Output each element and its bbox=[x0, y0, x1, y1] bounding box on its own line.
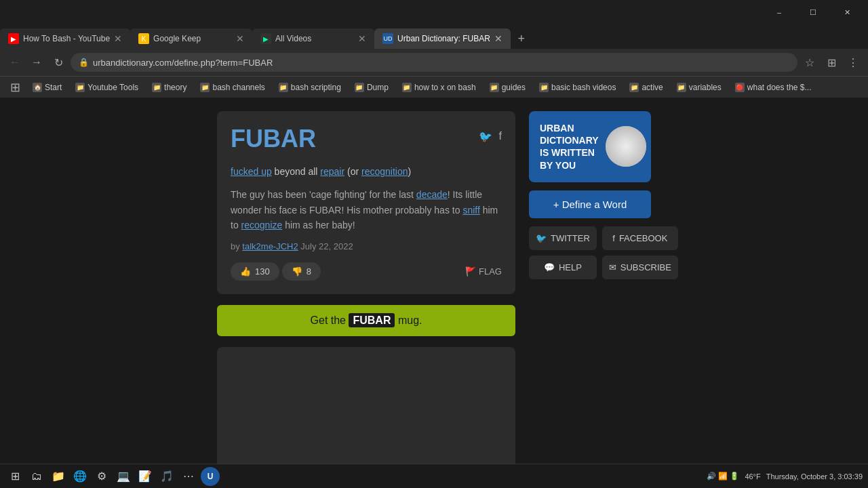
back-button[interactable]: ← bbox=[5, 53, 24, 72]
menu-button[interactable]: ⋮ bbox=[844, 53, 863, 72]
bookmark-bash-scripting-label: bash scripting bbox=[291, 83, 341, 92]
videos-favicon: ▶ bbox=[260, 33, 271, 44]
author-line: by talk2me-JCH2 July 22, 2022 bbox=[231, 241, 502, 251]
def-link-repair[interactable]: repair bbox=[320, 166, 344, 177]
bookmark-start-label: Start bbox=[45, 83, 62, 92]
taskbar-left: ⊞ 🗂 📁 🌐 ⚙ 💻 📝 🎵 ⋯ U bbox=[5, 467, 707, 486]
bookmark-what-does[interactable]: 🔴 what does the $... bbox=[730, 81, 817, 94]
apps-button[interactable]: ⊞ bbox=[5, 78, 24, 97]
bookmark-bash-channels[interactable]: 📁 bash channels bbox=[195, 81, 270, 94]
example-link-decade[interactable]: decade bbox=[416, 189, 448, 200]
address-text: urbandictionary.com/define.php?term=FUBA… bbox=[93, 58, 273, 68]
tab-ud-label: Urban Dictionary: FUBAR bbox=[397, 34, 490, 43]
bookmarks-bar: ⊞ 🏠 Start 📁 Youtube Tools 📁 theory 📁 bas… bbox=[0, 76, 868, 98]
minimize-button[interactable]: – bbox=[764, 2, 795, 22]
bookmark-youtube-tools[interactable]: 📁 Youtube Tools bbox=[70, 81, 144, 94]
taskbar-terminal[interactable]: 💻 bbox=[114, 467, 133, 486]
bookmark-basic-bash[interactable]: 📁 basic bash videos bbox=[534, 81, 621, 94]
thumbs-down-button[interactable]: 👎 8 bbox=[282, 262, 321, 281]
lock-icon: 🔒 bbox=[79, 58, 89, 67]
bookmark-dump[interactable]: 📁 Dump bbox=[349, 81, 394, 94]
taskbar-app2[interactable]: 🎵 bbox=[157, 467, 176, 486]
bookmark-bash-ch-icon: 📁 bbox=[200, 83, 210, 92]
taskbar-ud-circle[interactable]: U bbox=[201, 467, 220, 486]
bookmark-bash-script-icon: 📁 bbox=[279, 83, 288, 92]
page-content: FUBAR 🐦 f fucked up beyond all repair (o… bbox=[0, 98, 868, 488]
thumbs-up-icon: 👍 bbox=[240, 266, 251, 277]
define-word-button[interactable]: + Define a Word bbox=[529, 190, 651, 218]
refresh-button[interactable]: ↻ bbox=[49, 53, 68, 72]
bookmark-start[interactable]: 🏠 Start bbox=[27, 81, 67, 94]
bookmark-how-to[interactable]: 📁 how to x on bash bbox=[397, 81, 481, 94]
bookmark-dump-icon: 📁 bbox=[355, 83, 364, 92]
tab-keep-close[interactable]: ✕ bbox=[236, 33, 244, 44]
bookmark-yt-icon: 📁 bbox=[75, 83, 85, 92]
taskbar-launcher[interactable]: ⊞ bbox=[5, 467, 24, 486]
bookmark-bash-scripting[interactable]: 📁 bash scripting bbox=[273, 81, 347, 94]
flag-button[interactable]: 🚩 FLAG bbox=[465, 266, 502, 277]
tab-videos[interactable]: ▶ All Videos ✕ bbox=[252, 28, 374, 49]
twitter-share-icon[interactable]: 🐦 bbox=[479, 130, 492, 143]
ud-favicon: UD bbox=[382, 33, 393, 44]
def-link-recognition[interactable]: recognition bbox=[361, 166, 408, 177]
bookmark-guides-label: guides bbox=[502, 83, 526, 92]
mug-banner[interactable]: Get the FUBAR mug. bbox=[217, 305, 515, 336]
bookmark-variables[interactable]: 📁 variables bbox=[671, 81, 727, 94]
author-prefix: by bbox=[231, 241, 242, 251]
promo-line1: URBAN bbox=[540, 122, 599, 134]
close-button[interactable]: ✕ bbox=[831, 2, 863, 22]
def-link-fucked-up[interactable]: fucked up bbox=[231, 166, 272, 177]
example-link-sniff[interactable]: sniff bbox=[462, 205, 479, 216]
vote-section: 👍 130 👎 8 bbox=[231, 262, 321, 281]
author-link[interactable]: talk2me-JCH2 bbox=[242, 241, 298, 251]
thumbs-up-button[interactable]: 👍 130 bbox=[231, 262, 279, 281]
example-link-recognize[interactable]: recognize bbox=[241, 220, 283, 230]
mug-suffix: mug. bbox=[395, 314, 422, 326]
taskbar-files[interactable]: 📁 bbox=[49, 467, 68, 486]
maximize-button[interactable]: ☐ bbox=[797, 2, 829, 22]
word-title-1: FUBAR bbox=[231, 125, 316, 153]
taskbar-finder[interactable]: 🗂 bbox=[27, 467, 46, 486]
social-actions: 🐦 TWITTER f FACEBOOK 💬 HELP ✉ SUBSCRIBE bbox=[529, 226, 651, 279]
tab-keep[interactable]: K Google Keep ✕ bbox=[130, 28, 252, 49]
facebook-action-label: FACEBOOK bbox=[619, 233, 668, 243]
taskbar-more[interactable]: ⋯ bbox=[179, 467, 198, 486]
bookmark-bash-channels-label: bash channels bbox=[212, 83, 264, 92]
tab-videos-label: All Videos bbox=[275, 34, 311, 43]
bookmark-theory[interactable]: 📁 theory bbox=[146, 81, 192, 94]
bookmark-guides[interactable]: 📁 guides bbox=[484, 81, 531, 94]
window-controls: – ☐ ✕ bbox=[764, 2, 863, 22]
vote-bar: 👍 130 👎 8 🚩 FLAG bbox=[231, 262, 502, 281]
taskbar-settings[interactable]: ⚙ bbox=[92, 467, 111, 486]
twitter-action-button[interactable]: 🐦 TWITTER bbox=[529, 226, 597, 250]
facebook-action-button[interactable]: f FACEBOOK bbox=[602, 226, 678, 250]
facebook-share-icon[interactable]: f bbox=[499, 130, 502, 143]
tab-keep-label: Google Keep bbox=[153, 34, 201, 43]
help-button[interactable]: 💬 HELP bbox=[529, 256, 597, 279]
subscribe-button[interactable]: ✉ SUBSCRIBE bbox=[602, 256, 678, 279]
help-label: HELP bbox=[559, 262, 582, 272]
extensions-button[interactable]: ⊞ bbox=[822, 53, 841, 72]
bookmark-active[interactable]: 📁 active bbox=[624, 81, 668, 94]
twitter-action-icon: 🐦 bbox=[536, 233, 547, 243]
flag-label: FLAG bbox=[479, 266, 502, 277]
ud-avatar bbox=[606, 126, 646, 167]
tab-ud-close[interactable]: ✕ bbox=[494, 33, 502, 44]
taskbar: ⊞ 🗂 📁 🌐 ⚙ 💻 📝 🎵 ⋯ U 🔊 📶 🔋 46°F Thursday,… bbox=[0, 464, 868, 488]
youtube-favicon: ▶ bbox=[8, 33, 19, 44]
taskbar-app1[interactable]: 📝 bbox=[136, 467, 155, 486]
forward-button[interactable]: → bbox=[27, 53, 46, 72]
ad-area bbox=[217, 347, 515, 483]
bookmark-basic-bash-label: basic bash videos bbox=[551, 83, 616, 92]
taskbar-browser[interactable]: 🌐 bbox=[71, 467, 90, 486]
bookmark-star-button[interactable]: ☆ bbox=[800, 53, 819, 72]
tab-ud[interactable]: UD Urban Dictionary: FUBAR ✕ bbox=[374, 28, 511, 49]
ud-promo-text: URBAN DICTIONARY IS WRITTEN BY YOU bbox=[540, 122, 599, 171]
tab-youtube[interactable]: ▶ How To Bash - YouTube ✕ bbox=[0, 28, 130, 49]
tab-videos-close[interactable]: ✕ bbox=[358, 33, 366, 44]
taskbar-datetime: Thursday, October 3, 3:03:39 bbox=[766, 472, 863, 481]
address-bar[interactable]: 🔒 urbandictionary.com/define.php?term=FU… bbox=[71, 53, 797, 72]
bookmark-basic-bash-icon: 📁 bbox=[539, 83, 549, 92]
tab-youtube-close[interactable]: ✕ bbox=[114, 33, 122, 44]
new-tab-button[interactable]: + bbox=[511, 28, 532, 49]
